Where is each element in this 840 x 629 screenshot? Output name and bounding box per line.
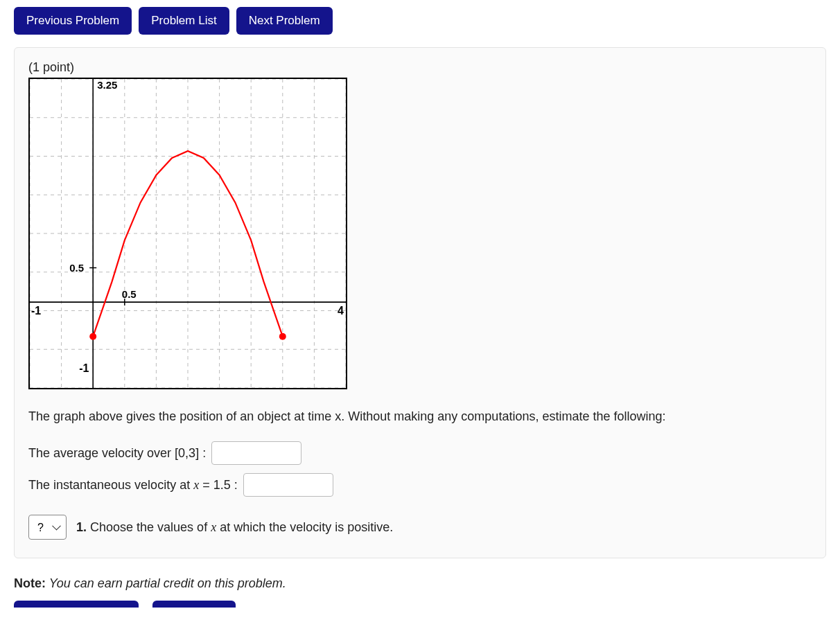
svg-point-30 <box>89 333 96 340</box>
q2-var: x <box>193 478 199 492</box>
dropdown-prompt-num: 1. <box>76 520 87 534</box>
nav-buttons: Previous Problem Problem List Next Probl… <box>14 7 826 35</box>
dropdown-prompt-var: x <box>211 520 216 534</box>
svg-point-31 <box>279 333 286 340</box>
problem-prompt: The graph above gives the position of an… <box>28 407 812 426</box>
velocity-sign-select[interactable]: ? <box>28 515 67 540</box>
dropdown-prompt-a: Choose the values of <box>87 520 211 534</box>
note-text: You can earn partial credit on this prob… <box>46 576 286 590</box>
next-problem-button[interactable]: Next Problem <box>236 7 333 35</box>
svg-text:0.5: 0.5 <box>122 288 137 300</box>
previous-problem-button[interactable]: Previous Problem <box>14 7 132 35</box>
question-instantaneous-velocity: The instantaneous velocity at x = 1.5 : <box>28 473 812 497</box>
instantaneous-velocity-input[interactable] <box>243 473 333 497</box>
q2-prefix: The instantaneous velocity at <box>28 478 193 492</box>
problem-container: (1 point) 3.250.50.5-1-14 The graph abov… <box>14 47 826 558</box>
note-label: Note: <box>14 576 46 590</box>
partial-credit-note: Note: You can earn partial credit on thi… <box>14 576 826 591</box>
dropdown-prompt: 1. Choose the values of x at which the v… <box>76 520 393 535</box>
svg-text:4: 4 <box>338 305 344 317</box>
dropdown-question-row: ? 1. Choose the values of x at which the… <box>28 515 812 540</box>
svg-text:3.25: 3.25 <box>97 79 117 91</box>
dropdown-prompt-b: at which the velocity is positive. <box>216 520 393 534</box>
submit-button-stub[interactable] <box>14 601 139 608</box>
points-label: (1 point) <box>28 60 812 75</box>
average-velocity-input[interactable] <box>211 441 301 465</box>
preview-button-stub[interactable] <box>152 601 236 608</box>
q2-eq: = <box>199 478 213 492</box>
svg-text:-1: -1 <box>79 362 89 374</box>
svg-text:-1: -1 <box>31 305 41 317</box>
position-graph: 3.250.50.5-1-14 <box>28 78 347 389</box>
svg-text:0.5: 0.5 <box>69 262 84 274</box>
q2-val: 1.5 <box>213 478 231 492</box>
bottom-button-row <box>14 601 826 608</box>
question-average-velocity: The average velocity over [0,3] : <box>28 441 812 465</box>
q2-label: The instantaneous velocity at x = 1.5 : <box>28 478 238 493</box>
dropdown-wrap: ? <box>28 515 67 540</box>
q1-label: The average velocity over [0,3] : <box>28 446 206 461</box>
problem-list-button[interactable]: Problem List <box>139 7 229 35</box>
q2-colon: : <box>231 478 238 492</box>
